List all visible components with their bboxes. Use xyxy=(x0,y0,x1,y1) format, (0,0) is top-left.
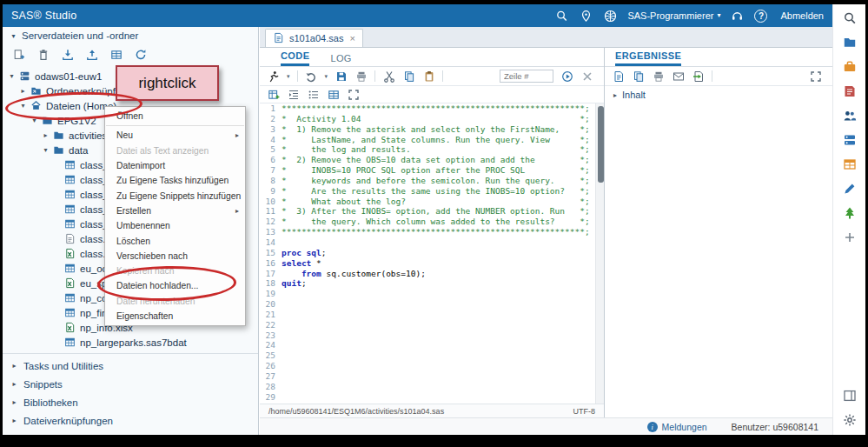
support-icon[interactable] xyxy=(730,9,745,23)
tab-results[interactable]: ERGEBNISSE xyxy=(615,50,681,66)
apps-grid-icon[interactable] xyxy=(603,9,618,23)
menu-item-label: Eigenschaften xyxy=(116,311,173,321)
list-icon[interactable] xyxy=(307,88,320,101)
code-line-text: * the log and results. *; xyxy=(282,144,590,155)
context-menu-item[interactable]: Erstellen▸ xyxy=(105,203,245,218)
code-line: 12* the query. Which column was added to… xyxy=(260,217,595,227)
cut-icon[interactable] xyxy=(382,70,395,83)
run-icon[interactable] xyxy=(267,70,280,83)
context-menu-item[interactable]: Zu Eigene Tasks hinzufügen xyxy=(105,173,245,188)
search-icon[interactable] xyxy=(842,10,858,26)
pencil-icon[interactable] xyxy=(842,181,858,197)
code-line: 1***************************************… xyxy=(260,103,595,114)
copy-icon[interactable] xyxy=(632,70,645,83)
sidebar-section-dateiverkn-pfungen[interactable]: ▸Dateiverknüpfungen xyxy=(3,411,258,430)
context-menu-item[interactable]: Löschen xyxy=(105,233,245,248)
results-toolbar-left xyxy=(612,70,712,83)
code-editor-lines[interactable]: 1***************************************… xyxy=(260,103,595,404)
maximize-icon[interactable] xyxy=(347,88,360,101)
print-icon[interactable] xyxy=(652,70,665,83)
upload-icon[interactable] xyxy=(86,49,99,62)
role-selector[interactable]: SAS-Programmierer ▾ xyxy=(627,10,720,21)
messages-label: Meldungen xyxy=(662,422,707,432)
libraries-icon[interactable] xyxy=(842,157,858,172)
download-icon[interactable] xyxy=(62,49,75,62)
tab-code[interactable]: CODE xyxy=(281,50,309,66)
expander-icon[interactable]: ▾ xyxy=(8,72,16,80)
code-editor[interactable]: 1***************************************… xyxy=(260,103,604,404)
expander-icon[interactable]: ▸ xyxy=(613,91,617,99)
shortcuts-icon[interactable] xyxy=(842,35,858,50)
goto-line-input[interactable] xyxy=(500,70,553,83)
code-line: 23 xyxy=(260,330,595,341)
expander-icon[interactable]: ▾ xyxy=(42,146,50,154)
grid-icon[interactable] xyxy=(327,88,340,101)
context-menu-item[interactable]: Neu▸ xyxy=(105,128,245,143)
code-log-tabs: CODE LOG xyxy=(260,48,604,67)
sidebar-section-tasks-und-utilities[interactable]: ▸Tasks und Utilities xyxy=(3,357,258,375)
editor-scrollbar[interactable] xyxy=(595,103,604,404)
sidebar-section-snippets[interactable]: ▸Snippets xyxy=(3,375,258,393)
document-tab[interactable]: s101a04.sas × xyxy=(265,29,363,47)
expander-icon[interactable]: ▸ xyxy=(19,87,27,95)
role-label: SAS-Programmierer xyxy=(627,10,713,21)
users-icon[interactable] xyxy=(842,108,858,123)
scrollbar-thumb[interactable] xyxy=(598,106,604,183)
search-icon[interactable] xyxy=(554,9,569,23)
code-line: 4* LastName, and State columns. Run the … xyxy=(260,135,595,145)
delete-icon[interactable] xyxy=(37,49,50,62)
logout-button[interactable]: Abmelden xyxy=(780,10,824,21)
paste-icon[interactable] xyxy=(422,70,435,83)
clear-icon[interactable] xyxy=(580,70,593,83)
result-page-icon[interactable] xyxy=(612,70,625,83)
servers-icon[interactable] xyxy=(842,132,858,148)
expander-icon[interactable]: ▸ xyxy=(10,380,18,388)
messages-link[interactable]: i Meldungen xyxy=(647,422,707,432)
git-icon[interactable] xyxy=(842,205,858,221)
close-icon[interactable]: × xyxy=(349,33,354,43)
server-files-header[interactable]: ▾ Serverdateien und -ordner xyxy=(3,27,258,44)
tree-item[interactable]: np_largeparks.sas7bdat xyxy=(3,335,258,350)
print-icon[interactable] xyxy=(354,70,368,83)
export-icon[interactable] xyxy=(692,70,705,83)
expander-icon[interactable]: ▸ xyxy=(10,417,18,424)
expander-icon[interactable]: ▸ xyxy=(10,362,18,370)
gear-icon[interactable] xyxy=(842,412,858,428)
context-menu-item[interactable]: Umbenennen xyxy=(105,218,245,233)
code-line-text: ****************************************… xyxy=(282,227,590,237)
chevron-down-icon[interactable]: ▾ xyxy=(287,73,290,80)
pin-icon[interactable] xyxy=(579,9,593,23)
code-line-text: * 1) Remove the asterisk and select only… xyxy=(282,124,590,135)
context-menu-item[interactable]: Datenimport xyxy=(105,158,245,173)
server-files-title: Serverdateien und -ordner xyxy=(22,30,138,41)
section-label: Snippets xyxy=(23,379,63,390)
chevron-down-icon[interactable]: ▾ xyxy=(325,73,328,80)
snippets-icon[interactable] xyxy=(842,83,858,99)
line-number: 11 xyxy=(260,206,282,217)
context-menu-item[interactable]: Zu Eigene Snippets hinzufügen xyxy=(105,188,245,203)
expander-icon[interactable]: ▸ xyxy=(42,131,50,139)
tab-log[interactable]: LOG xyxy=(330,53,351,66)
context-menu-item[interactable]: Verschieben nach xyxy=(105,249,245,264)
maximize-icon[interactable] xyxy=(809,70,822,83)
tree-item-label: odaws01-euw1 xyxy=(35,71,102,82)
table-insert-icon[interactable] xyxy=(267,88,280,101)
indent-icon[interactable] xyxy=(287,88,300,101)
grid-icon[interactable] xyxy=(110,49,123,62)
panel-icon[interactable] xyxy=(842,388,858,404)
refresh-icon[interactable] xyxy=(135,49,148,62)
help-icon[interactable]: ? xyxy=(754,10,767,23)
section-expander-icon[interactable]: ▾ xyxy=(10,32,17,40)
copy-icon[interactable] xyxy=(402,70,415,83)
plus-icon[interactable] xyxy=(842,230,858,245)
save-icon[interactable] xyxy=(335,70,348,83)
mail-icon[interactable] xyxy=(672,70,685,83)
expander-icon[interactable]: ▸ xyxy=(10,398,18,406)
undo-icon[interactable] xyxy=(305,70,318,83)
goto-icon[interactable] xyxy=(560,70,573,83)
new-file-icon[interactable] xyxy=(13,49,26,62)
sidebar-section-bibliotheken[interactable]: ▸Bibliotheken xyxy=(3,393,258,411)
context-menu-item[interactable]: Eigenschaften xyxy=(105,309,245,324)
tasks-icon[interactable] xyxy=(842,59,858,75)
results-content-row[interactable]: ▸ Inhalt xyxy=(605,86,832,103)
